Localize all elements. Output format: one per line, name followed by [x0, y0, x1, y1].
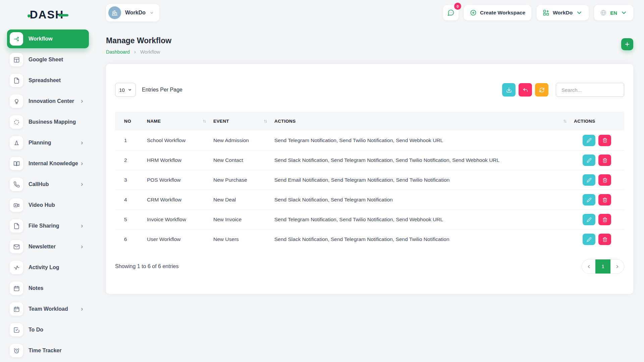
sidebar-item-label: Activity Log: [29, 264, 59, 270]
entries-per-page-select[interactable]: 10: [115, 83, 136, 97]
sidebar-item-icon: [10, 136, 23, 149]
column-header-actions[interactable]: ACTIONS: [274, 119, 574, 124]
column-header-name[interactable]: NAME: [147, 119, 213, 124]
sidebar-item-time-tracker[interactable]: Time Tracker: [7, 341, 89, 360]
sort-icon[interactable]: [202, 119, 207, 123]
search-input[interactable]: [556, 83, 624, 97]
cell-no: 6: [115, 236, 147, 242]
edit-button[interactable]: [583, 174, 595, 186]
trash-icon: [602, 138, 607, 143]
sidebar-item-team-workload[interactable]: Team Workload: [7, 300, 89, 318]
edit-button[interactable]: [583, 234, 595, 245]
chevron-right-icon: [80, 307, 84, 311]
chevron-down-icon: [150, 11, 154, 15]
delete-button[interactable]: [598, 174, 611, 186]
sort-icon[interactable]: [563, 119, 567, 123]
sidebar-item-video-hub[interactable]: Video Hub: [7, 196, 89, 215]
cell-event: New Purchase: [213, 177, 274, 183]
sidebar-item-google-sheet[interactable]: Google Sheet: [7, 50, 89, 69]
sidebar-item-notes[interactable]: Notes: [7, 279, 89, 298]
sidebar-item-label: Google Sheet: [29, 57, 63, 63]
sidebar-item-newsletter[interactable]: Newsletter: [7, 237, 89, 256]
column-label: EVENT: [213, 119, 229, 124]
pencil-icon: [587, 197, 592, 202]
sort-icon[interactable]: [263, 119, 268, 123]
main-area: WorkDo 0 Create Workspace: [95, 0, 644, 362]
page-title: Manage Workflow: [106, 36, 171, 45]
video-icon: [13, 202, 20, 208]
sidebar-item-activity-log[interactable]: Activity Log: [7, 258, 89, 277]
sidebar-item-spreadsheet[interactable]: Spreadsheet: [7, 71, 89, 90]
breadcrumb: Dashboard Workflow: [106, 49, 171, 55]
app-switcher-button[interactable]: WorkDo: [537, 5, 589, 20]
sidebar-item-file-sharing[interactable]: File Sharing: [7, 217, 89, 235]
workspace-selector[interactable]: WorkDo: [106, 4, 159, 21]
chevron-down-icon: [576, 9, 583, 16]
pencil-icon: [587, 237, 592, 242]
column-label: ACTIONS: [574, 119, 595, 124]
sidebar-item-label: Time Tracker: [29, 348, 61, 354]
sort-icon: [563, 119, 567, 123]
cell-no: 1: [115, 137, 147, 143]
create-workspace-button[interactable]: Create Workspace: [464, 5, 531, 20]
trash-icon: [602, 217, 607, 222]
undo-button[interactable]: [519, 83, 532, 97]
cell-actions-list: Send Telegram Notification, Send Twilio …: [274, 137, 574, 143]
chevron-right-icon: [80, 182, 84, 187]
breadcrumb-dashboard-link[interactable]: Dashboard: [106, 49, 130, 55]
cell-actions-list: Send Telegram Notification, Send Twilio …: [274, 217, 574, 223]
sidebar-item-label: CallHub: [29, 181, 49, 187]
sidebar-item-to-do[interactable]: To Do: [7, 320, 89, 339]
current-page-button[interactable]: 1: [595, 259, 610, 274]
sidebar-item-icon: [10, 157, 23, 170]
chevron-right-icon: [80, 307, 84, 311]
edit-button[interactable]: [583, 155, 595, 166]
sidebar-item-label: To Do: [29, 327, 43, 333]
sidebar-item-business-mapping[interactable]: Business Mapping: [7, 113, 89, 131]
sidebar-item-internal-knowledge[interactable]: Internal Knowledge: [7, 154, 89, 173]
table-row: 5Invoice WorkflowNew InvoiceSend Telegra…: [115, 209, 624, 229]
column-header-actions: ACTIONS: [574, 119, 624, 124]
language-label: EN: [610, 10, 617, 16]
column-label: NAME: [147, 119, 161, 124]
book-icon: [13, 161, 20, 167]
sidebar-item-icon: [10, 344, 23, 357]
language-selector[interactable]: EN: [594, 5, 633, 20]
trash-icon: [602, 197, 607, 202]
sidebar-item-planning[interactable]: Planning: [7, 133, 89, 152]
add-workflow-button[interactable]: [621, 38, 633, 50]
edit-button[interactable]: [583, 194, 595, 205]
cell-row-buttons: [574, 194, 624, 205]
chevron-right-icon: [80, 245, 84, 249]
file-icon: [13, 77, 20, 84]
sidebar-item-innovation-center[interactable]: Innovation Center: [7, 92, 89, 111]
refresh-button[interactable]: [535, 83, 548, 97]
activity-icon: [13, 264, 20, 271]
edit-button[interactable]: [583, 135, 595, 146]
delete-button[interactable]: [598, 214, 611, 225]
previous-page-button[interactable]: [582, 259, 595, 274]
messages-button[interactable]: 0: [443, 5, 459, 20]
export-button[interactable]: [502, 83, 516, 97]
sidebar-item-callhub[interactable]: CallHub: [7, 175, 89, 194]
table-row: 4CRM WorkflowNew DealSend Slack Notifica…: [115, 190, 624, 209]
grid-plus-icon: [543, 9, 549, 16]
sidebar-item-icon: [10, 302, 23, 316]
delete-button[interactable]: [598, 194, 611, 205]
table-body: 1School WorkflowNew AdmissionSend Telegr…: [115, 130, 624, 249]
column-header-event[interactable]: EVENT: [213, 119, 274, 124]
delete-button[interactable]: [598, 234, 611, 245]
workflow-card: 10 Entries Per Page: [106, 64, 633, 294]
delete-button[interactable]: [598, 135, 611, 146]
chevron-right-icon: [80, 182, 84, 187]
next-page-button[interactable]: [610, 259, 624, 274]
cell-event: New Invoice: [213, 217, 274, 223]
sidebar-item-workflow[interactable]: Workflow: [7, 29, 89, 48]
sidebar-item-label: Workflow: [29, 36, 53, 42]
chevron-right-icon: [80, 162, 84, 166]
workspace-avatar: [108, 6, 121, 19]
sidebar-item-label: Internal Knowledge: [29, 161, 78, 167]
entries-label: Entries Per Page: [142, 87, 182, 93]
delete-button[interactable]: [598, 155, 611, 166]
edit-button[interactable]: [583, 214, 595, 225]
